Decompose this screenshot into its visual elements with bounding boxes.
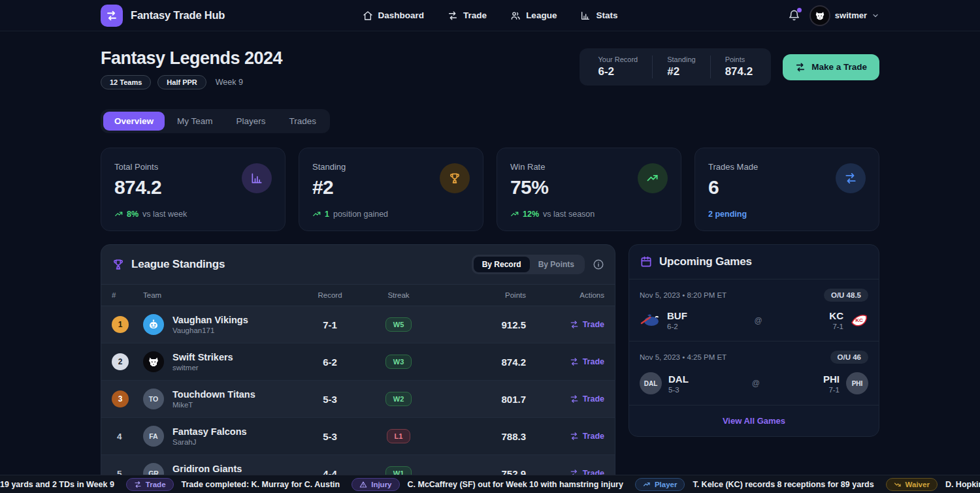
standings-table-body: 1 Vaughan Vikings Vaughan171 7-1 W5 912.… [101, 306, 615, 492]
brand[interactable]: Fantasy Trade Hub [101, 5, 316, 27]
ticker-item: Injury C. McCaffrey (SF) out for Week 10… [351, 478, 623, 491]
team-avatar-robot [143, 314, 164, 335]
chevron-down-icon [872, 12, 879, 20]
top-navbar: Fantasy Trade Hub Dashboard Trade League… [0, 0, 980, 31]
upcoming-title: Upcoming Games [659, 255, 752, 268]
view-tabs: Overview My Team Players Trades [101, 109, 330, 133]
make-a-trade-button[interactable]: Make a Trade [783, 54, 879, 80]
streak-badge: W5 [385, 317, 412, 332]
tab-players[interactable]: Players [225, 112, 277, 131]
row-trade-button[interactable]: Trade [570, 394, 604, 404]
col-streak: Streak [363, 291, 434, 299]
points-value: 874.2 [434, 357, 526, 368]
nav-item-trade[interactable]: Trade [448, 10, 487, 21]
stat-delta: 12% [523, 210, 539, 219]
info-icon[interactable] [593, 259, 604, 270]
trending-up-icon [510, 210, 519, 219]
team-name: Touchdown Titans [172, 389, 255, 400]
col-actions: Actions [526, 291, 604, 299]
home-team-record: 7-1 [823, 386, 840, 394]
badge-label: Injury [371, 481, 391, 488]
game-date: Nov 5, 2023 • 4:25 PM ET [640, 353, 727, 361]
trophy-icon [440, 163, 470, 193]
pending-trades-link[interactable]: 2 pending [708, 210, 747, 219]
user-menu[interactable]: switmer [809, 5, 879, 26]
notifications-button[interactable] [788, 9, 800, 22]
record-value: 6-2 [297, 357, 363, 368]
nav-item-dashboard[interactable]: Dashboard [363, 10, 425, 21]
sort-toggle: By Record By Points [472, 255, 585, 274]
summary-points: Points 874.2 [710, 56, 768, 78]
trending-up-icon [312, 210, 321, 219]
swap-icon [570, 394, 579, 404]
page-title: Fantasy Legends 2024 [101, 48, 282, 69]
teams-badge: 12 Teams [101, 75, 151, 89]
stat-delta-suffix: position gained [333, 210, 388, 219]
row-trade-button[interactable]: Trade [570, 432, 604, 441]
league-header: Fantasy Legends 2024 12 Teams Half PPR W… [101, 48, 282, 89]
col-points: Points [434, 291, 526, 299]
brand-logo-swap-icon [101, 5, 123, 27]
bills-logo-icon [640, 313, 661, 328]
table-row[interactable]: 4 FA Fantasy Falcons SarahJ 5-3 L1 788.3… [101, 418, 615, 455]
over-under-badge: O/U 48.5 [824, 289, 868, 302]
nav-item-stats[interactable]: Stats [580, 10, 617, 21]
table-row[interactable]: 3 TO Touchdown Titans MikeT 5-3 W2 801.7… [101, 381, 615, 418]
away-team-abbr: DAL [668, 374, 689, 385]
team-owner: Vaughan171 [172, 326, 248, 334]
col-team: Team [143, 291, 297, 299]
trade-label: Trade [583, 320, 604, 329]
trade-label: Trade [583, 357, 604, 366]
view-all-games-link[interactable]: View All Games [629, 406, 879, 436]
trade-label: Trade [583, 394, 604, 404]
summary-your-record: Your Record 6-2 [583, 56, 652, 78]
scoring-badge: Half PPR [157, 75, 206, 89]
tab-overview[interactable]: Overview [103, 112, 165, 131]
swap-icon [570, 432, 579, 441]
swap-icon [570, 320, 579, 329]
streak-badge: W3 [385, 355, 412, 369]
make-a-trade-label: Make a Trade [811, 62, 867, 72]
home-team-abbr: PHI [823, 374, 840, 385]
table-row[interactable]: 2 Swift Strikers switmer 6-2 W3 874.2 Tr… [101, 343, 615, 381]
row-trade-button[interactable]: Trade [570, 357, 604, 366]
toggle-by-record[interactable]: By Record [474, 257, 530, 272]
team-owner: SarahJ [172, 438, 247, 446]
team-owner: MikeT [172, 401, 255, 409]
summary-value: 874.2 [725, 65, 753, 78]
tab-my-team[interactable]: My Team [166, 112, 224, 131]
main-nav: Dashboard Trade League Stats [363, 10, 618, 21]
swap-icon [448, 10, 458, 21]
upcoming-games-panel: Upcoming Games Nov 5, 2023 • 8:20 PM ET … [629, 244, 879, 437]
stat-delta: 8% [127, 210, 139, 219]
game-row[interactable]: Nov 5, 2023 • 8:20 PM ET O/U 48.5 BUF 6-… [629, 279, 879, 342]
stat-card-win-rate: Win Rate 75% 12% vs last season [497, 148, 681, 231]
trade-label: Trade [583, 432, 604, 441]
nav-item-league[interactable]: League [510, 10, 557, 21]
team-name: Vaughan Vikings [172, 315, 248, 325]
summary-label: Standing [667, 56, 695, 63]
streak-badge: L1 [387, 429, 411, 443]
swap-icon [836, 163, 866, 193]
row-trade-button[interactable]: Trade [570, 320, 604, 329]
week-label: Week 9 [216, 78, 243, 87]
nav-label: Stats [596, 10, 617, 20]
tab-trades[interactable]: Trades [278, 112, 328, 131]
points-value: 912.5 [434, 319, 526, 330]
injury-badge: Injury [351, 478, 399, 491]
toggle-by-points[interactable]: By Points [530, 257, 583, 272]
ticker-text: D. Hopkins claimed off waivers [945, 480, 980, 489]
game-row[interactable]: Nov 5, 2023 • 4:25 PM ET O/U 46 DAL DAL … [629, 342, 879, 406]
trending-up-icon [114, 210, 123, 219]
ticker-item: Waiver D. Hopkins claimed off waivers [886, 478, 980, 491]
record-summary-card: Your Record 6-2 Standing #2 Points 874.2 [580, 48, 771, 86]
ticker-item: Trade Trade completed: K. Murray for C. … [126, 478, 340, 491]
trending-down-icon [894, 481, 902, 488]
nav-label: Trade [463, 10, 487, 20]
home-icon [363, 10, 373, 21]
team-avatar-initials: FA [143, 426, 164, 447]
table-row[interactable]: 1 Vaughan Vikings Vaughan171 7-1 W5 912.… [101, 306, 615, 343]
points-value: 788.3 [434, 431, 526, 442]
summary-value: 6-2 [598, 65, 638, 78]
cowboys-logo-circle: DAL [640, 372, 662, 394]
